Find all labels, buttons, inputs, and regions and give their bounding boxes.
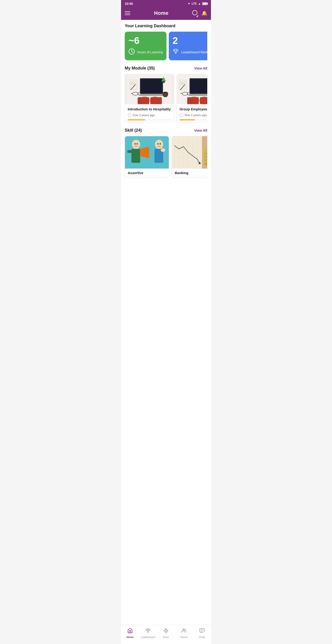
svg-point-106 <box>183 629 184 630</box>
svg-rect-55 <box>200 97 207 104</box>
module-card-title-2: Group Employee Care <box>179 107 207 112</box>
chat-icon <box>199 628 205 632</box>
status-indicators: ▼ LTE ▲ <box>187 2 207 5</box>
module-section-header: My Module (35) View All <box>125 66 207 71</box>
svg-rect-52 <box>187 97 199 104</box>
svg-rect-32 <box>179 80 186 90</box>
skill-card-label-banking: Banking <box>172 168 207 177</box>
skill-card-image-assertive <box>125 136 169 168</box>
svg-point-57 <box>132 140 140 149</box>
skills-view-all[interactable]: View All <box>194 128 207 132</box>
leaderboard-nav-icon <box>145 628 151 632</box>
svg-rect-58 <box>131 149 140 163</box>
module-progress-2 <box>179 120 207 120</box>
module-card-image-2 <box>177 74 207 104</box>
menu-button[interactable] <box>125 11 130 15</box>
module-title: My Module (35) <box>125 66 155 71</box>
due-label-2: Due 2 years ago <box>185 114 207 117</box>
svg-point-63 <box>161 148 165 152</box>
main-content: Your Learning Dashboard ~6 Hours of Lear… <box>121 20 211 632</box>
module-view-all[interactable]: View All <box>194 66 207 70</box>
svg-point-107 <box>185 629 186 630</box>
dashboard-cards: ~6 Hours of Learning 2 <box>125 32 207 61</box>
svg-line-2 <box>132 52 133 52</box>
bell-icon: 🔔 <box>201 10 207 16</box>
svg-point-65 <box>137 143 138 144</box>
status-bar: 10:00 ▼ LTE ▲ <box>121 0 211 8</box>
svg-rect-44 <box>189 94 207 96</box>
svg-rect-27 <box>138 97 149 104</box>
svg-point-67 <box>160 143 161 144</box>
svg-rect-24 <box>163 93 168 94</box>
svg-rect-21 <box>163 81 165 83</box>
due-label-1: Due 2 years ago <box>133 114 155 117</box>
lte-label: LTE <box>192 2 197 5</box>
lightning-icon <box>163 628 169 632</box>
signal-icon: ▲ <box>198 2 201 5</box>
nav-leaderboard[interactable]: Leaderboard <box>139 627 157 632</box>
trophy-icon <box>172 48 179 56</box>
skill-card-assertive[interactable]: Assertive <box>125 136 169 177</box>
nav-chats[interactable]: Chats <box>193 627 211 632</box>
search-button[interactable] <box>192 10 197 16</box>
svg-rect-30 <box>150 97 162 104</box>
module-card-due-2: Due 2 years ago <box>179 114 207 117</box>
svg-rect-108 <box>200 628 204 632</box>
module-card-due-1: Due 2 years ago <box>128 114 171 117</box>
nav-teams[interactable]: Teams <box>175 627 193 632</box>
progress-fill-1 <box>128 120 145 120</box>
wifi-icon: ▼ <box>187 2 190 5</box>
dashboard-title: Your Learning Dashboard <box>125 24 207 28</box>
svg-rect-43 <box>190 79 207 93</box>
module-cards: Introduction to Hospitality Due 2 years … <box>125 74 207 122</box>
people-icon <box>181 628 187 632</box>
header-actions: 🔔 <box>192 10 207 16</box>
module-card-hospitality[interactable]: Introduction to Hospitality Due 2 years … <box>125 74 174 122</box>
module-card-title-1: Introduction to Hospitality <box>128 107 171 112</box>
battery-icon <box>202 2 207 5</box>
svg-point-66 <box>157 143 159 144</box>
hours-label: Hours of Learning <box>137 50 163 54</box>
search-icon <box>192 10 197 15</box>
leaderboard-value: 2 <box>172 36 207 46</box>
svg-marker-104 <box>147 630 149 631</box>
svg-rect-7 <box>130 80 137 90</box>
svg-rect-59 <box>127 150 132 153</box>
svg-point-64 <box>134 143 136 144</box>
status-time: 10:00 <box>125 2 133 6</box>
page-title: Home <box>154 10 168 16</box>
hours-card[interactable]: ~6 Hours of Learning <box>125 32 166 60</box>
bottom-navigation: Home Leaderboard Buzz <box>121 625 211 632</box>
skill-card-label-assertive: Assertive <box>125 168 169 177</box>
leaderboard-label: Leaderboard Rank <box>181 50 207 54</box>
hours-value: ~6 <box>128 36 163 46</box>
notification-button[interactable]: 🔔 <box>201 10 207 16</box>
svg-marker-105 <box>164 628 168 632</box>
module-card-info-1: Introduction to Hospitality Due 2 years … <box>125 104 173 122</box>
skills-title: Skill (24) <box>125 128 142 133</box>
skill-card-banking[interactable]: Banking <box>172 136 207 177</box>
progress-fill-2 <box>179 120 195 120</box>
svg-rect-18 <box>141 79 162 93</box>
nav-home[interactable]: Home <box>121 627 139 632</box>
home-icon <box>127 628 133 632</box>
module-card-info-2: Group Employee Care Due 2 years ago <box>177 104 207 122</box>
due-circle-2 <box>179 114 183 117</box>
svg-point-61 <box>155 140 163 149</box>
module-progress-1 <box>128 120 171 120</box>
app-header: Home 🔔 <box>121 8 211 20</box>
due-circle-1 <box>128 114 131 117</box>
skill-cards: Assertive <box>125 136 207 178</box>
skill-card-image-banking <box>172 136 207 168</box>
svg-rect-19 <box>139 94 164 96</box>
skills-section-header: Skill (24) View All <box>125 128 207 133</box>
leaderboard-card[interactable]: 2 Leaderboard Rank <box>169 32 207 60</box>
nav-buzz[interactable]: Buzz <box>157 627 175 632</box>
module-card-employee-care[interactable]: Group Employee Care Due 2 years ago <box>176 74 207 122</box>
clock-icon <box>128 48 135 56</box>
module-card-image-1 <box>125 74 173 104</box>
